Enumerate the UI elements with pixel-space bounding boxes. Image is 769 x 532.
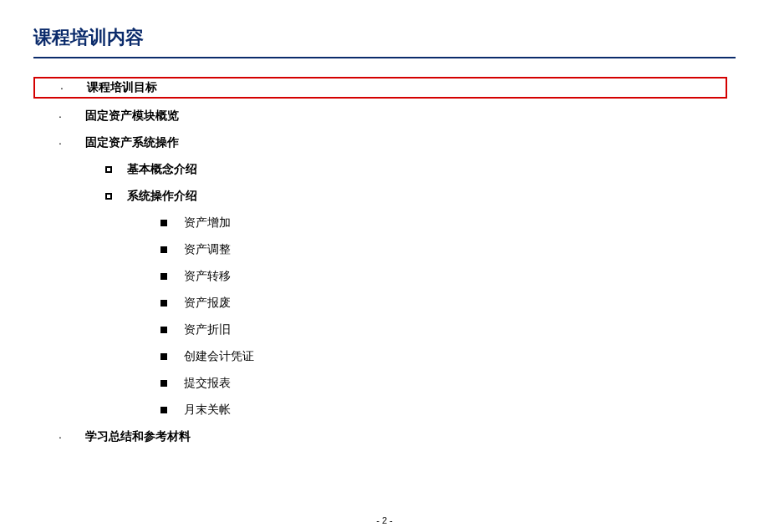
outline-item-asset-depreciation: 资产折旧 [33,322,736,337]
filled-square-bullet-icon [160,353,167,360]
outline-item-label: 系统操作介绍 [127,189,197,204]
outline-list: · 课程培训目标 · 固定资产模块概览 · 固定资产系统操作 基本概念介绍 系统… [33,77,736,444]
dot-bullet-icon: · [59,136,85,149]
outline-item-asset-adjust: 资产调整 [33,242,736,257]
outline-item-label: 资产折旧 [184,322,231,337]
filled-square-bullet-icon [160,407,167,413]
slide-title: 课程培训内容 [33,25,736,58]
outline-item-label: 课程培训目标 [87,80,157,95]
outline-item-operation-intro: 系统操作介绍 [33,189,736,204]
page-number: - 2 - [0,515,769,525]
outline-item-asset-add: 资产增加 [33,215,736,231]
filled-square-bullet-icon [160,300,167,307]
outline-item-basic-concepts: 基本概念介绍 [33,162,736,177]
outline-item-create-voucher: 创建会计凭证 [33,349,736,364]
filled-square-bullet-icon [160,380,167,387]
outline-item-label: 提交报表 [184,376,231,391]
outline-item-label: 学习总结和参考材料 [85,429,191,444]
outline-item-label: 资产转移 [184,269,231,284]
outline-item-label: 固定资产模块概览 [85,109,179,124]
outline-item-label: 月末关帐 [184,403,231,418]
outline-item-system-operations: · 固定资产系统操作 [33,135,736,150]
filled-square-bullet-icon [160,246,167,253]
dot-bullet-icon: · [59,430,85,443]
dot-bullet-icon: · [60,81,87,94]
filled-square-bullet-icon [160,220,167,226]
outline-item-label: 资产报废 [184,296,231,311]
outline-item-month-end-close: 月末关帐 [33,403,736,418]
outline-item-submit-report: 提交报表 [33,376,736,391]
filled-square-bullet-icon [160,273,167,280]
filled-square-bullet-icon [160,327,167,333]
dot-bullet-icon: · [59,109,85,123]
outline-item-module-overview: · 固定资产模块概览 [33,109,736,124]
outline-item-asset-transfer: 资产转移 [33,269,736,284]
outline-item-asset-scrap: 资产报废 [33,296,736,311]
outline-item-label: 资产调整 [184,242,231,257]
outline-item-label: 创建会计凭证 [184,349,254,364]
outline-item-summary-materials: · 学习总结和参考材料 [33,429,736,444]
outline-item-label: 基本概念介绍 [127,162,197,177]
hollow-square-bullet-icon [105,166,112,173]
outline-item-label: 固定资产系统操作 [85,135,179,150]
outline-item-label: 资产增加 [184,215,231,231]
hollow-square-bullet-icon [105,193,112,200]
outline-item-goal: · 课程培训目标 [33,77,727,99]
